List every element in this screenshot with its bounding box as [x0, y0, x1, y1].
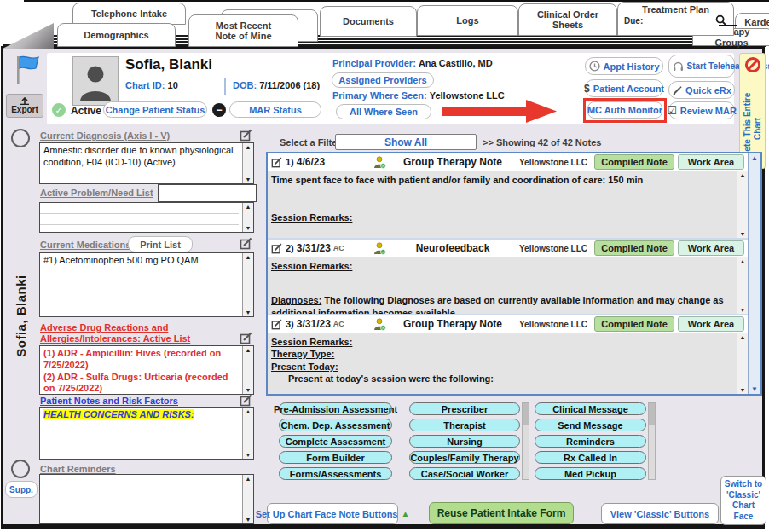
scroll-thumb[interactable] — [523, 403, 529, 425]
show-all-filter-button[interactable]: Show All — [335, 134, 477, 150]
scroll-up-icon[interactable]: ▲ — [246, 408, 252, 414]
start-telehealth-button[interactable]: Start Telehealth Session — [668, 55, 735, 78]
clinical-message-button[interactable]: Clinical Message — [535, 402, 646, 415]
patient-notes-risk-link[interactable]: Patient Notes and Risk Factors — [40, 396, 178, 406]
scrollbar[interactable]: ▲▼ — [242, 475, 253, 523]
edit-icon[interactable] — [240, 393, 253, 407]
rx-called-in-button[interactable]: Rx Called In — [535, 451, 646, 464]
complete-assessment-button[interactable]: Complete Assessment — [279, 435, 392, 448]
appt-history-button[interactable]: Appt History — [585, 57, 663, 75]
scroll-up-icon[interactable]: ▲ — [740, 258, 746, 264]
prescriber-button[interactable]: Prescriber — [409, 402, 520, 415]
diagnosis-radio-circle[interactable] — [11, 129, 30, 147]
scroll-down-icon[interactable]: ▼ — [740, 387, 746, 393]
scroll-down-icon[interactable]: ▼ — [246, 176, 252, 182]
scrollbar[interactable]: ▲▼ — [242, 203, 253, 232]
scrollbar[interactable]: ▲▼ — [737, 333, 748, 394]
supp-button[interactable]: Supp. — [5, 481, 38, 498]
note-row-header[interactable]: 2) 3/31/23 AC Neurofeedback Yellowstone … — [268, 240, 748, 257]
tab-telephone-intake[interactable]: Telephone Intake — [72, 3, 186, 25]
scroll-down-icon[interactable]: ▼ — [740, 231, 746, 237]
scroll-up-icon[interactable]: ▲ — [246, 347, 252, 353]
compiled-note-button[interactable]: Compiled Note — [594, 316, 674, 332]
minus-icon[interactable]: − — [212, 103, 226, 117]
column-scrollbar[interactable] — [648, 402, 656, 480]
tab-documents[interactable]: Documents — [320, 6, 417, 37]
scroll-down-icon[interactable]: ▼ — [740, 307, 746, 313]
nursing-button[interactable]: Nursing — [409, 435, 520, 448]
work-area-button[interactable]: Work Area — [678, 154, 744, 170]
scrollbar[interactable]: ▲▼ — [242, 346, 253, 394]
active-problem-input[interactable] — [158, 184, 257, 202]
scroll-up-icon[interactable]: ▲ — [751, 154, 758, 162]
scroll-down-icon[interactable]: ▼ — [246, 452, 252, 458]
scrollbar[interactable]: ▲▼ — [737, 257, 748, 314]
note-row-header[interactable]: 1) 4/6/23 Group Therapy Note Yellowstone… — [268, 153, 748, 171]
mc-auth-monitor-button[interactable]: MC Auth Monitor — [587, 101, 662, 119]
review-mar-button[interactable]: ☑ Review MAR — [668, 101, 735, 119]
therapist-button[interactable]: Therapist — [409, 419, 520, 431]
scroll-thumb[interactable] — [649, 403, 655, 425]
reminders-button[interactable]: Reminders — [535, 435, 646, 448]
med-pickup-button[interactable]: Med Pickup — [535, 467, 646, 480]
quick-erx-button[interactable]: Quick eRx — [668, 81, 735, 99]
edit-icon[interactable] — [240, 331, 253, 344]
mar-status-button[interactable]: MAR Status — [229, 101, 321, 118]
all-where-seen-button[interactable]: All Where Seen — [336, 104, 431, 119]
tab-logs[interactable]: Logs — [417, 5, 518, 36]
scroll-down-icon[interactable]: ▼ — [246, 225, 252, 231]
form-builder-button[interactable]: Form Builder — [279, 451, 392, 464]
print-list-button[interactable]: Print List — [128, 236, 193, 252]
scroll-up-icon[interactable]: ▲ — [246, 144, 252, 150]
active-problem-link[interactable]: Active Problem/Need List — [40, 188, 153, 198]
notes-scrollbar[interactable]: ▲▼ — [748, 153, 760, 394]
scrollbar[interactable]: ▲▼ — [242, 408, 253, 459]
send-message-button[interactable]: Send Message — [535, 419, 646, 431]
scroll-up-icon[interactable]: ▲ — [246, 204, 252, 210]
scrollbar[interactable]: ▲▼ — [242, 143, 253, 183]
patient-account-button[interactable]: $ Patient Account — [585, 79, 663, 97]
work-area-button[interactable]: Work Area — [678, 316, 744, 332]
forms-assessments-button[interactable]: Forms/Assessments — [279, 467, 392, 480]
export-button[interactable]: Export — [6, 94, 43, 118]
flag-icon[interactable] — [14, 54, 41, 88]
scroll-down-icon[interactable]: ▼ — [246, 387, 252, 393]
scrollbar[interactable]: ▲▼ — [737, 171, 748, 238]
note-row-header[interactable]: 3) 3/31/23 AC Group Therapy Note Yellows… — [268, 315, 748, 332]
scroll-down-icon[interactable]: ▼ — [246, 517, 252, 523]
edit-icon[interactable] — [271, 156, 283, 168]
chem-dep-assessment-button[interactable]: Chem. Dep. Assessment — [279, 419, 392, 431]
chart-reminders-link[interactable]: Chart Reminders — [40, 464, 116, 474]
tab-treatment-plan[interactable]: Treatment Plan Due: — [617, 2, 734, 36]
pre-admission-assessment-button[interactable]: Pre-Admission Assessment — [279, 402, 392, 415]
edit-icon[interactable] — [240, 128, 253, 142]
scroll-down-icon[interactable]: ▼ — [751, 385, 758, 393]
assigned-providers-button[interactable]: Assigned Providers — [332, 72, 434, 88]
setup-chart-face-buttons-button[interactable]: Set Up Chart Face Note Buttons ▲ — [267, 503, 398, 524]
scroll-up-icon[interactable]: ▲ — [740, 172, 746, 178]
change-patient-status-button[interactable]: Change Patient Status — [103, 101, 207, 118]
avatar[interactable] — [72, 56, 119, 106]
column-scrollbar[interactable] — [522, 402, 529, 480]
scroll-up-icon[interactable]: ▲ — [246, 254, 252, 260]
tab-clinical-order-sheets[interactable]: Clinical Order Sheets — [518, 3, 617, 36]
edit-icon[interactable] — [271, 242, 283, 254]
case-social-worker-button[interactable]: Case/Social Worker — [409, 467, 520, 480]
reminders-radio-circle[interactable] — [11, 460, 30, 478]
tab-most-recent-note-of-mine[interactable]: Most Recent Note of Mine — [188, 14, 298, 47]
compiled-note-button[interactable]: Compiled Note — [594, 240, 674, 256]
couples-family-therapy-button[interactable]: Couples/Family Therapy — [409, 451, 520, 464]
work-area-button[interactable]: Work Area — [678, 240, 744, 256]
scroll-up-icon[interactable]: ▲ — [740, 334, 746, 340]
edit-icon[interactable] — [240, 236, 253, 250]
reuse-patient-intake-form-button[interactable]: Reuse Patient Intake Form — [429, 502, 574, 524]
edit-icon[interactable] — [271, 318, 283, 330]
view-classic-buttons-button[interactable]: View 'Classic' Buttons — [601, 503, 719, 524]
current-diagnosis-link[interactable]: Current Diagnosis (Axis I - V) — [40, 130, 170, 141]
current-medications-link[interactable]: Current Medications — [40, 240, 130, 250]
scroll-down-icon[interactable]: ▼ — [246, 309, 252, 315]
adverse-drug-reactions-link[interactable]: Adverse Drug Reactions and Allergies/Int… — [40, 322, 221, 344]
scrollbar[interactable]: ▲▼ — [242, 253, 253, 316]
compiled-note-button[interactable]: Compiled Note — [594, 154, 674, 170]
switch-to-classic-chart-face-button[interactable]: Switch to 'Classic' Chart Face — [720, 476, 766, 525]
